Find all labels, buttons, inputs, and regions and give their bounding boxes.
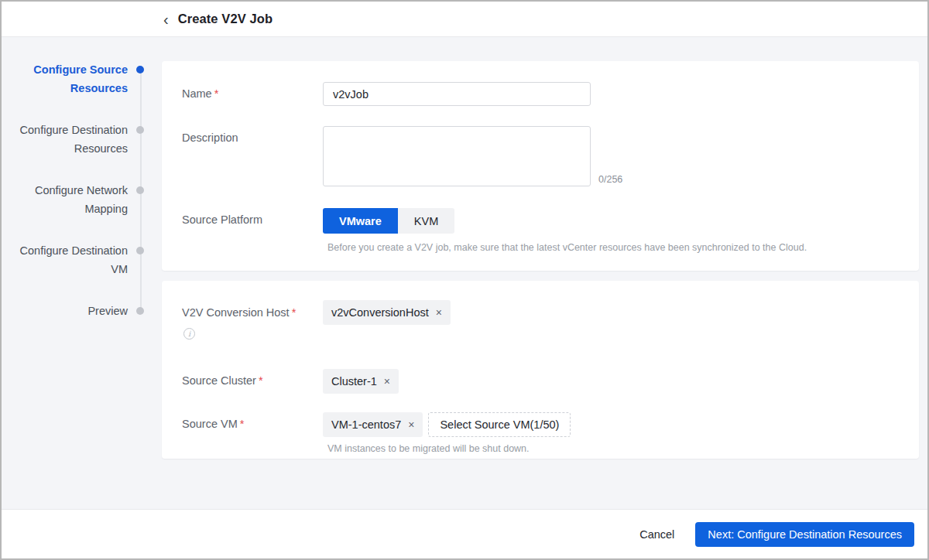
info-icon[interactable]: i (183, 328, 195, 340)
name-row: Name* (182, 82, 896, 106)
step-label: Preview (2, 302, 128, 320)
description-label: Description (182, 126, 323, 150)
required-asterisk: * (214, 87, 219, 100)
create-v2v-job-page: ‹ Create V2V Job Configure Source Resour… (0, 0, 929, 560)
step-label: Configure Destination Resources (2, 121, 128, 158)
remove-tag-icon[interactable]: × (408, 419, 414, 430)
conversion-host-label-block: V2V Conversion Host* i (182, 300, 323, 340)
source-vm-hint: VM instances to be migrated will be shut… (327, 443, 571, 454)
page-header: ‹ Create V2V Job (2, 2, 927, 37)
required-asterisk: * (292, 306, 297, 319)
source-cluster-row: Source Cluster* Cluster-1 × (182, 369, 896, 394)
required-asterisk: * (240, 418, 245, 430)
step-label: Configure Source Resources (2, 60, 128, 97)
source-vm-control: VM-1-centos7 × Select Source VM(1/50) VM… (323, 412, 571, 454)
page-title: Create V2V Job (178, 12, 273, 26)
step-configure-destination-resources[interactable]: Configure Destination Resources (2, 121, 162, 181)
back-icon[interactable]: ‹ (162, 12, 170, 27)
content-area: Configure Source Resources Configure Des… (2, 37, 927, 509)
source-platform-row: Source Platform VMware KVM Before you cr… (182, 208, 896, 254)
next-button[interactable]: Next: Configure Destination Resources (695, 522, 914, 547)
source-vm-label: Source VM* (182, 412, 323, 436)
required-asterisk: * (259, 374, 263, 387)
source-cluster-label-text: Source Cluster (182, 374, 256, 387)
source-vm-tag: VM-1-centos7 × (323, 412, 423, 437)
tag-text: VM-1-centos7 (331, 418, 401, 431)
source-platform-control: VMware KVM Before you create a V2V job, … (323, 208, 807, 254)
step-configure-network-mapping[interactable]: Configure Network Mapping (2, 181, 162, 241)
remove-tag-icon[interactable]: × (384, 376, 390, 387)
source-vm-tags: VM-1-centos7 × Select Source VM(1/50) (323, 412, 571, 437)
char-counter: 0/256 (598, 174, 622, 185)
description-field-wrap: 0/256 (323, 126, 591, 190)
step-dot (136, 247, 144, 254)
main-column: Name* Description 0/256 Source Platform (162, 37, 927, 509)
remove-tag-icon[interactable]: × (436, 307, 442, 318)
conversion-host-tag: v2vConversionHost × (323, 300, 451, 325)
source-cluster-tag: Cluster-1 × (323, 369, 399, 394)
source-cluster-label: Source Cluster* (182, 369, 323, 393)
platform-segmented-control: VMware KVM (323, 208, 807, 234)
conversion-host-label: V2V Conversion Host* (182, 300, 323, 325)
footer-bar: Cancel Next: Configure Destination Resou… (2, 509, 927, 558)
select-source-vm-button[interactable]: Select Source VM(1/50) (428, 412, 571, 437)
description-textarea[interactable] (323, 126, 591, 186)
tag-text: v2vConversionHost (331, 306, 429, 319)
basic-info-panel: Name* Description 0/256 Source Platform (162, 61, 919, 271)
source-vm-row: Source VM* VM-1-centos7 × Select Source … (182, 412, 896, 454)
source-platform-label: Source Platform (182, 208, 323, 232)
platform-option-kvm[interactable]: KVM (398, 208, 454, 234)
description-row: Description 0/256 (182, 126, 896, 190)
step-dot (136, 186, 144, 194)
tag-text: Cluster-1 (331, 375, 377, 388)
step-dot (136, 126, 144, 134)
platform-option-vmware[interactable]: VMware (323, 208, 398, 234)
platform-hint: Before you create a V2V job, make sure t… (327, 241, 807, 254)
step-dot (136, 307, 144, 315)
name-label: Name* (182, 82, 323, 106)
name-label-text: Name (182, 87, 212, 100)
wizard-steps: Configure Source Resources Configure Des… (2, 37, 162, 509)
step-dot-active (136, 66, 144, 73)
step-configure-source-resources[interactable]: Configure Source Resources (2, 60, 162, 121)
source-vm-label-text: Source VM (182, 418, 238, 430)
source-resources-panel: V2V Conversion Host* i v2vConversionHost… (162, 281, 919, 459)
step-label: Configure Network Mapping (2, 181, 128, 218)
conversion-host-label-text: V2V Conversion Host (182, 306, 290, 319)
cancel-button[interactable]: Cancel (639, 528, 674, 541)
step-preview[interactable]: Preview (2, 302, 162, 362)
name-input[interactable] (323, 82, 591, 106)
step-configure-destination-vm[interactable]: Configure Destination VM (2, 241, 162, 302)
step-label: Configure Destination VM (2, 241, 128, 278)
conversion-host-row: V2V Conversion Host* i v2vConversionHost… (182, 300, 896, 340)
